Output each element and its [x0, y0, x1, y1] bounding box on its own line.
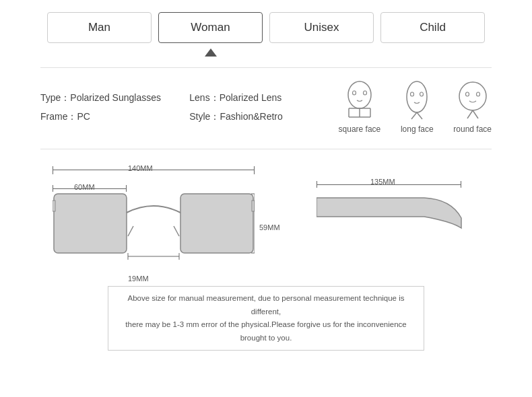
- product-info: Type：Polarized Sunglasses Frame：PC: [40, 88, 189, 126]
- svg-line-17: [467, 110, 473, 118]
- tab-man[interactable]: Man: [47, 12, 152, 43]
- arrow-spacer-woman: [158, 48, 263, 58]
- face-icon-round: round face: [453, 80, 492, 134]
- lens-width-tick-r: [126, 185, 127, 192]
- long-face-svg: [399, 80, 434, 122]
- width-tick-left: [53, 166, 53, 174]
- arrow-spacer-man: [47, 48, 152, 58]
- active-tab-arrow: [205, 48, 217, 57]
- temple-tick-l: [317, 181, 317, 188]
- arrow-spacer-child: [380, 48, 485, 58]
- temple-diagram: 135MM: [310, 176, 478, 264]
- tab-unisex[interactable]: Unisex: [269, 12, 374, 43]
- svg-rect-19: [54, 194, 127, 253]
- section-divider-mid: [40, 149, 492, 149]
- dim-59mm: 59MM: [259, 223, 280, 231]
- svg-point-1: [352, 91, 356, 95]
- svg-rect-20: [180, 194, 253, 253]
- arrow-spacer-unisex: [269, 48, 374, 58]
- section-divider-top: [40, 67, 492, 68]
- tab-indicator-row: [0, 48, 532, 58]
- frame-info: Frame：PC: [40, 107, 189, 126]
- tab-row: Man Woman Unisex Child: [0, 0, 532, 48]
- width-tick-right: [254, 166, 255, 174]
- dim-140mm: 140MM: [128, 164, 153, 172]
- width-line: [53, 170, 255, 170]
- svg-line-23: [128, 226, 133, 236]
- temple-svg: [317, 191, 465, 258]
- svg-point-14: [459, 82, 486, 110]
- type-info: Type：Polarized Sunglasses: [40, 88, 189, 107]
- svg-line-24: [174, 226, 179, 236]
- square-face-label: square face: [339, 124, 381, 134]
- svg-point-10: [411, 92, 414, 96]
- svg-point-16: [476, 92, 479, 96]
- face-icons-group: square face long face: [339, 80, 492, 134]
- lens-info: Lens：Polarized Lens: [189, 88, 338, 107]
- note-line2: there may be 1-3 mm error of the physica…: [118, 318, 414, 345]
- tab-child[interactable]: Child: [380, 12, 485, 43]
- glasses-front-diagram: 140MM 60MM: [40, 163, 290, 281]
- svg-point-2: [363, 91, 366, 95]
- style-info: Style：Fashion&Retro: [189, 107, 338, 126]
- svg-point-0: [348, 81, 371, 108]
- svg-line-18: [473, 110, 478, 118]
- diagram-section: 140MM 60MM: [0, 156, 532, 281]
- svg-line-12: [411, 112, 417, 119]
- svg-point-9: [407, 81, 427, 112]
- glasses-svg: [53, 192, 255, 270]
- lens-width-tick-l: [53, 185, 53, 192]
- svg-rect-21: [53, 201, 55, 211]
- tab-woman[interactable]: Woman: [158, 12, 263, 43]
- svg-rect-22: [252, 201, 255, 211]
- svg-point-11: [420, 92, 424, 96]
- square-face-svg: [342, 80, 377, 122]
- face-icon-long: long face: [399, 80, 434, 134]
- face-icon-square: square face: [339, 80, 381, 134]
- dim-60mm: 60MM: [74, 183, 95, 191]
- svg-point-15: [465, 92, 469, 96]
- info-section: Type：Polarized Sunglasses Frame：PC Lens：…: [0, 75, 532, 139]
- temple-tick-r: [461, 181, 461, 188]
- round-face-svg: [455, 80, 490, 122]
- product-info-2: Lens：Polarized Lens Style：Fashion&Retro: [189, 88, 338, 126]
- svg-line-13: [417, 112, 422, 119]
- dim-135mm: 135MM: [370, 178, 395, 186]
- note-line1: Above size for manual measurement, due t…: [118, 292, 414, 318]
- round-face-label: round face: [453, 124, 492, 134]
- measurement-note: Above size for manual measurement, due t…: [108, 286, 424, 351]
- dim-19mm: 19MM: [128, 275, 149, 283]
- long-face-label: long face: [401, 124, 434, 134]
